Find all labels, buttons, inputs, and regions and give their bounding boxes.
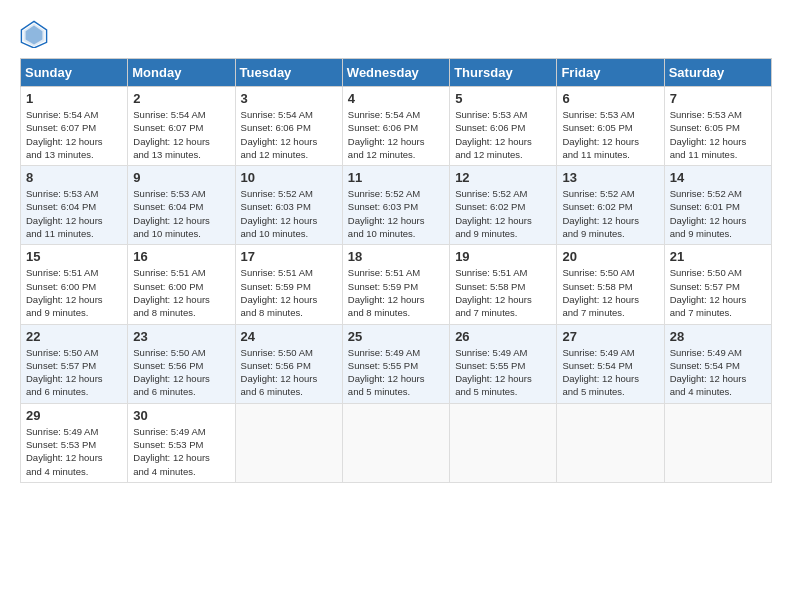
logo — [20, 20, 52, 48]
day-number: 17 — [241, 249, 337, 264]
calendar-week-3: 15Sunrise: 5:51 AM Sunset: 6:00 PM Dayli… — [21, 245, 772, 324]
day-number: 18 — [348, 249, 444, 264]
day-number: 23 — [133, 329, 229, 344]
calendar-cell: 18Sunrise: 5:51 AM Sunset: 5:59 PM Dayli… — [342, 245, 449, 324]
day-info: Sunrise: 5:52 AM Sunset: 6:01 PM Dayligh… — [670, 187, 766, 240]
day-info: Sunrise: 5:50 AM Sunset: 5:56 PM Dayligh… — [133, 346, 229, 399]
day-info: Sunrise: 5:49 AM Sunset: 5:55 PM Dayligh… — [455, 346, 551, 399]
calendar-cell: 11Sunrise: 5:52 AM Sunset: 6:03 PM Dayli… — [342, 166, 449, 245]
calendar-header-row: SundayMondayTuesdayWednesdayThursdayFrid… — [21, 59, 772, 87]
calendar-cell: 1Sunrise: 5:54 AM Sunset: 6:07 PM Daylig… — [21, 87, 128, 166]
day-info: Sunrise: 5:52 AM Sunset: 6:02 PM Dayligh… — [562, 187, 658, 240]
col-header-thursday: Thursday — [450, 59, 557, 87]
col-header-monday: Monday — [128, 59, 235, 87]
day-number: 28 — [670, 329, 766, 344]
day-info: Sunrise: 5:50 AM Sunset: 5:57 PM Dayligh… — [26, 346, 122, 399]
day-info: Sunrise: 5:53 AM Sunset: 6:05 PM Dayligh… — [670, 108, 766, 161]
calendar-cell: 6Sunrise: 5:53 AM Sunset: 6:05 PM Daylig… — [557, 87, 664, 166]
col-header-saturday: Saturday — [664, 59, 771, 87]
day-info: Sunrise: 5:51 AM Sunset: 6:00 PM Dayligh… — [26, 266, 122, 319]
calendar-week-5: 29Sunrise: 5:49 AM Sunset: 5:53 PM Dayli… — [21, 403, 772, 482]
day-info: Sunrise: 5:54 AM Sunset: 6:06 PM Dayligh… — [348, 108, 444, 161]
day-number: 26 — [455, 329, 551, 344]
day-info: Sunrise: 5:53 AM Sunset: 6:04 PM Dayligh… — [133, 187, 229, 240]
day-number: 2 — [133, 91, 229, 106]
col-header-wednesday: Wednesday — [342, 59, 449, 87]
day-info: Sunrise: 5:49 AM Sunset: 5:53 PM Dayligh… — [133, 425, 229, 478]
calendar-cell: 20Sunrise: 5:50 AM Sunset: 5:58 PM Dayli… — [557, 245, 664, 324]
calendar-cell: 7Sunrise: 5:53 AM Sunset: 6:05 PM Daylig… — [664, 87, 771, 166]
day-info: Sunrise: 5:53 AM Sunset: 6:06 PM Dayligh… — [455, 108, 551, 161]
calendar-cell: 24Sunrise: 5:50 AM Sunset: 5:56 PM Dayli… — [235, 324, 342, 403]
calendar-cell: 15Sunrise: 5:51 AM Sunset: 6:00 PM Dayli… — [21, 245, 128, 324]
day-number: 16 — [133, 249, 229, 264]
calendar-cell — [557, 403, 664, 482]
day-info: Sunrise: 5:53 AM Sunset: 6:05 PM Dayligh… — [562, 108, 658, 161]
calendar-cell: 25Sunrise: 5:49 AM Sunset: 5:55 PM Dayli… — [342, 324, 449, 403]
day-info: Sunrise: 5:49 AM Sunset: 5:54 PM Dayligh… — [670, 346, 766, 399]
calendar-cell: 9Sunrise: 5:53 AM Sunset: 6:04 PM Daylig… — [128, 166, 235, 245]
day-info: Sunrise: 5:49 AM Sunset: 5:55 PM Dayligh… — [348, 346, 444, 399]
day-number: 6 — [562, 91, 658, 106]
day-info: Sunrise: 5:54 AM Sunset: 6:07 PM Dayligh… — [133, 108, 229, 161]
page-header — [20, 20, 772, 48]
day-info: Sunrise: 5:50 AM Sunset: 5:56 PM Dayligh… — [241, 346, 337, 399]
calendar-cell: 23Sunrise: 5:50 AM Sunset: 5:56 PM Dayli… — [128, 324, 235, 403]
calendar-cell: 8Sunrise: 5:53 AM Sunset: 6:04 PM Daylig… — [21, 166, 128, 245]
day-number: 27 — [562, 329, 658, 344]
day-info: Sunrise: 5:53 AM Sunset: 6:04 PM Dayligh… — [26, 187, 122, 240]
calendar-cell: 2Sunrise: 5:54 AM Sunset: 6:07 PM Daylig… — [128, 87, 235, 166]
day-info: Sunrise: 5:51 AM Sunset: 6:00 PM Dayligh… — [133, 266, 229, 319]
calendar-cell — [664, 403, 771, 482]
day-info: Sunrise: 5:52 AM Sunset: 6:03 PM Dayligh… — [348, 187, 444, 240]
calendar-cell: 16Sunrise: 5:51 AM Sunset: 6:00 PM Dayli… — [128, 245, 235, 324]
day-number: 20 — [562, 249, 658, 264]
calendar-cell: 10Sunrise: 5:52 AM Sunset: 6:03 PM Dayli… — [235, 166, 342, 245]
day-info: Sunrise: 5:49 AM Sunset: 5:53 PM Dayligh… — [26, 425, 122, 478]
day-info: Sunrise: 5:50 AM Sunset: 5:58 PM Dayligh… — [562, 266, 658, 319]
day-number: 11 — [348, 170, 444, 185]
calendar-week-2: 8Sunrise: 5:53 AM Sunset: 6:04 PM Daylig… — [21, 166, 772, 245]
day-number: 8 — [26, 170, 122, 185]
day-info: Sunrise: 5:50 AM Sunset: 5:57 PM Dayligh… — [670, 266, 766, 319]
day-number: 10 — [241, 170, 337, 185]
day-number: 24 — [241, 329, 337, 344]
calendar-cell: 14Sunrise: 5:52 AM Sunset: 6:01 PM Dayli… — [664, 166, 771, 245]
calendar-cell: 27Sunrise: 5:49 AM Sunset: 5:54 PM Dayli… — [557, 324, 664, 403]
day-number: 14 — [670, 170, 766, 185]
day-info: Sunrise: 5:51 AM Sunset: 5:59 PM Dayligh… — [241, 266, 337, 319]
day-info: Sunrise: 5:52 AM Sunset: 6:03 PM Dayligh… — [241, 187, 337, 240]
day-number: 1 — [26, 91, 122, 106]
col-header-sunday: Sunday — [21, 59, 128, 87]
day-number: 29 — [26, 408, 122, 423]
col-header-tuesday: Tuesday — [235, 59, 342, 87]
calendar-cell: 21Sunrise: 5:50 AM Sunset: 5:57 PM Dayli… — [664, 245, 771, 324]
calendar-cell — [342, 403, 449, 482]
day-number: 12 — [455, 170, 551, 185]
day-number: 3 — [241, 91, 337, 106]
calendar-table: SundayMondayTuesdayWednesdayThursdayFrid… — [20, 58, 772, 483]
calendar-cell — [450, 403, 557, 482]
day-number: 13 — [562, 170, 658, 185]
calendar-cell: 17Sunrise: 5:51 AM Sunset: 5:59 PM Dayli… — [235, 245, 342, 324]
logo-icon — [20, 20, 48, 48]
day-info: Sunrise: 5:54 AM Sunset: 6:06 PM Dayligh… — [241, 108, 337, 161]
col-header-friday: Friday — [557, 59, 664, 87]
day-number: 5 — [455, 91, 551, 106]
calendar-cell: 12Sunrise: 5:52 AM Sunset: 6:02 PM Dayli… — [450, 166, 557, 245]
calendar-week-4: 22Sunrise: 5:50 AM Sunset: 5:57 PM Dayli… — [21, 324, 772, 403]
day-info: Sunrise: 5:51 AM Sunset: 5:58 PM Dayligh… — [455, 266, 551, 319]
calendar-cell: 5Sunrise: 5:53 AM Sunset: 6:06 PM Daylig… — [450, 87, 557, 166]
day-number: 15 — [26, 249, 122, 264]
calendar-cell: 30Sunrise: 5:49 AM Sunset: 5:53 PM Dayli… — [128, 403, 235, 482]
day-info: Sunrise: 5:54 AM Sunset: 6:07 PM Dayligh… — [26, 108, 122, 161]
day-number: 21 — [670, 249, 766, 264]
calendar-cell: 29Sunrise: 5:49 AM Sunset: 5:53 PM Dayli… — [21, 403, 128, 482]
day-number: 9 — [133, 170, 229, 185]
day-number: 30 — [133, 408, 229, 423]
day-number: 22 — [26, 329, 122, 344]
calendar-cell: 13Sunrise: 5:52 AM Sunset: 6:02 PM Dayli… — [557, 166, 664, 245]
calendar-week-1: 1Sunrise: 5:54 AM Sunset: 6:07 PM Daylig… — [21, 87, 772, 166]
calendar-cell: 4Sunrise: 5:54 AM Sunset: 6:06 PM Daylig… — [342, 87, 449, 166]
calendar-cell: 26Sunrise: 5:49 AM Sunset: 5:55 PM Dayli… — [450, 324, 557, 403]
